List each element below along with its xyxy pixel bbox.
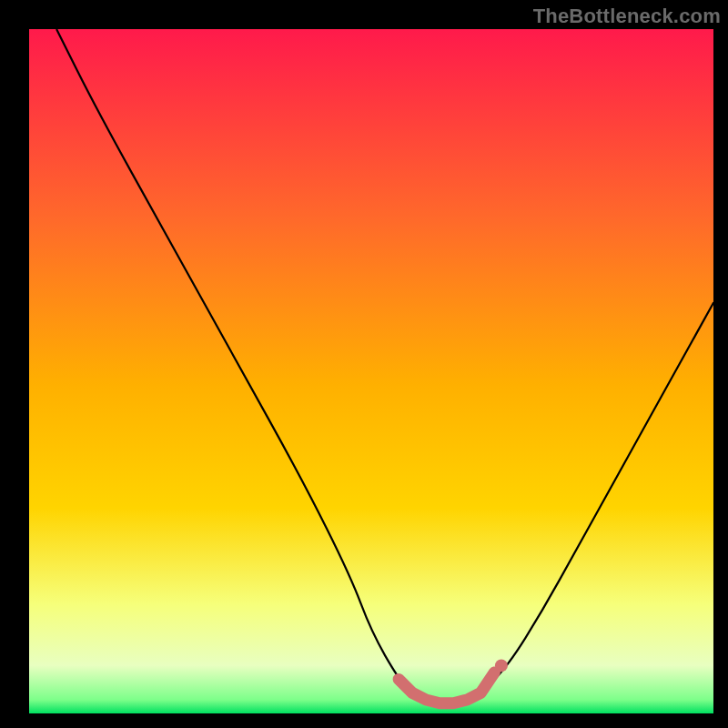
chart-frame: TheBottleneck.com bbox=[0, 0, 728, 728]
plot-area bbox=[29, 29, 713, 713]
watermark-text: TheBottleneck.com bbox=[533, 5, 721, 28]
highlight-end-dot bbox=[495, 659, 508, 672]
gradient-background bbox=[29, 29, 713, 713]
chart-svg bbox=[29, 29, 713, 713]
